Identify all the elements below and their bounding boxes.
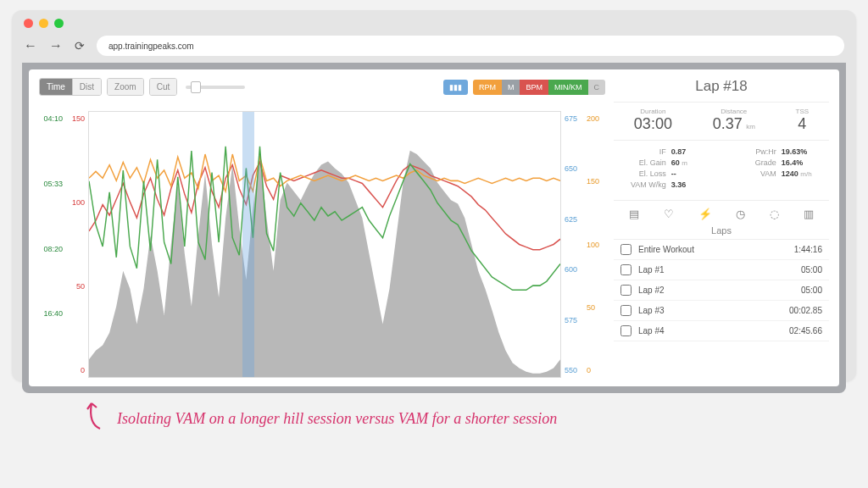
- laps-icon[interactable]: ▥: [804, 208, 814, 220]
- annotation: Isolating VAM on a longer hill session v…: [83, 398, 557, 430]
- viewport: Time Dist Zoom Cut ▮▮▮ RPM: [22, 63, 846, 393]
- lap-row[interactable]: Lap #300:02.85: [614, 301, 829, 321]
- minimize-icon[interactable]: [39, 19, 48, 28]
- stat-row: El. Gain60 m: [619, 158, 714, 167]
- xaxis-toggle: Time Dist: [39, 78, 102, 96]
- maximize-icon[interactable]: [54, 19, 64, 28]
- titlebar: [12, 10, 856, 36]
- address-bar-row: ← → ⟳ app.trainingpeaks.com: [12, 36, 856, 63]
- stat-row: VAM W/kg3.36: [619, 180, 714, 189]
- y-axis-bpm: 150 100 50 0: [66, 111, 85, 378]
- lap-checkbox[interactable]: [620, 244, 632, 255]
- side-panel: Lap #18 Duration 03:00 Distance 0.37 km …: [614, 78, 829, 378]
- browser-window: ← → ⟳ app.trainingpeaks.com Time Dist Zo…: [12, 10, 856, 381]
- notes-icon[interactable]: ▤: [629, 208, 639, 220]
- time-button[interactable]: Time: [40, 79, 73, 95]
- slider-thumb[interactable]: [191, 81, 201, 93]
- stat-row: IF0.87: [619, 147, 714, 156]
- lap-checkbox[interactable]: [620, 285, 632, 296]
- bar-chart-icon[interactable]: ▮▮▮: [443, 80, 468, 95]
- stat-row: El. Loss--: [619, 169, 714, 178]
- cadence-toggle[interactable]: C: [588, 80, 606, 95]
- pace-toggle[interactable]: MIN/KM: [548, 80, 588, 95]
- bpm-toggle[interactable]: BPM: [520, 80, 548, 95]
- zoom-button[interactable]: Zoom: [108, 79, 143, 95]
- y-axis-elev: 675 650 625 600 575 550: [565, 111, 583, 378]
- laps-header: Laps: [614, 224, 829, 240]
- smoothing-slider[interactable]: [186, 86, 245, 89]
- stats-left-col: IF0.87 El. Gain60 mEl. Loss-- VAM W/kg3.…: [619, 147, 714, 191]
- zoom-group: Zoom: [107, 78, 144, 96]
- stat-row: Grade16.4%: [729, 158, 824, 167]
- chart-toolbar: Time Dist Zoom Cut ▮▮▮ RPM: [39, 78, 605, 96]
- lap-stats: IF0.87 El. Gain60 mEl. Loss-- VAM W/kg3.…: [614, 147, 829, 201]
- lap-row[interactable]: Lap #402:45.66: [614, 321, 829, 341]
- stat-row: Pw:Hr19.63%: [729, 147, 824, 156]
- clock-icon[interactable]: ◷: [736, 208, 745, 220]
- detail-tabs: ▤ ♡ ⚡ ◷ ◌ ▥: [614, 201, 829, 224]
- heart-icon[interactable]: ♡: [664, 208, 674, 220]
- chart-plot[interactable]: [88, 111, 561, 378]
- close-icon[interactable]: [24, 19, 33, 28]
- url-input[interactable]: app.trainingpeaks.com: [97, 36, 844, 56]
- duration-stat: Duration 03:00: [634, 108, 672, 133]
- stats-right-col: Pw:Hr19.63% Grade16.4% VAM1240 m/h: [729, 147, 824, 191]
- stat-row: VAM1240 m/h: [729, 169, 824, 178]
- back-icon[interactable]: ←: [24, 38, 37, 53]
- elev-toggle[interactable]: M: [502, 80, 520, 95]
- cut-group: Cut: [149, 78, 178, 96]
- tss-stat: TSS 4: [796, 108, 810, 133]
- lap-row[interactable]: Entire Workout1:44:16: [614, 240, 829, 260]
- lap-checkbox[interactable]: [620, 305, 632, 316]
- lap-row[interactable]: Lap #105:00: [614, 260, 829, 280]
- rpm-toggle[interactable]: RPM: [473, 80, 502, 95]
- lap-list: Entire Workout1:44:16Lap #105:00Lap #205…: [614, 240, 829, 378]
- distance-stat: Distance 0.37 km: [713, 108, 755, 133]
- lap-title: Lap #18: [614, 78, 829, 95]
- chart-svg: [89, 112, 560, 377]
- annotation-text: Isolating VAM on a longer hill session v…: [117, 398, 557, 428]
- main-panel: Time Dist Zoom Cut ▮▮▮ RPM: [39, 78, 605, 378]
- forward-icon[interactable]: →: [49, 38, 63, 53]
- arrow-icon: [83, 398, 108, 430]
- y-axis-rpm: 200 150 100 50 0: [587, 111, 605, 378]
- page: Time Dist Zoom Cut ▮▮▮ RPM: [29, 69, 839, 386]
- y-axis-pace: 04:10 05:33 08:20 16:40: [39, 111, 63, 378]
- metric-toggles: RPM M BPM MIN/KM C: [473, 80, 605, 95]
- dist-button[interactable]: Dist: [73, 79, 101, 95]
- lap-row[interactable]: Lap #205:00: [614, 280, 829, 301]
- selection-band[interactable]: [242, 112, 254, 377]
- lap-summary: Duration 03:00 Distance 0.37 km TSS 4: [614, 102, 829, 141]
- cut-button[interactable]: Cut: [150, 79, 177, 95]
- url-text: app.trainingpeaks.com: [108, 42, 194, 51]
- lap-checkbox[interactable]: [620, 325, 632, 336]
- power-icon[interactable]: ⚡: [698, 208, 712, 220]
- chart-area: 04:10 05:33 08:20 16:40 150 100 50 0: [39, 111, 605, 378]
- cadence-icon[interactable]: ◌: [770, 208, 779, 220]
- refresh-icon[interactable]: ⟳: [75, 39, 85, 53]
- lap-checkbox[interactable]: [620, 264, 632, 275]
- chart-type-button[interactable]: ▮▮▮: [443, 80, 468, 95]
